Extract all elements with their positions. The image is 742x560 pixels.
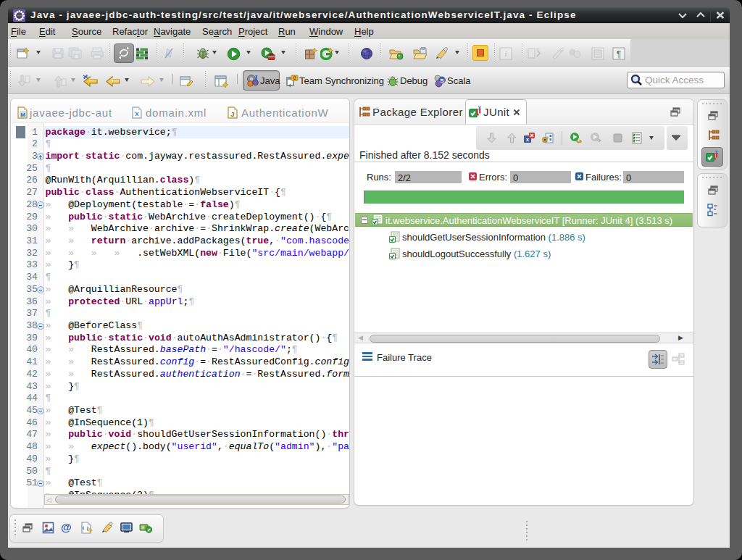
svg-text:i: i — [504, 49, 507, 58]
svg-text:S: S — [440, 78, 444, 84]
svg-text:0: 0 — [293, 75, 296, 81]
svg-text:J: J — [254, 74, 258, 82]
svg-text:x: x — [135, 111, 139, 118]
svg-text:J: J — [230, 110, 234, 118]
svg-text:M: M — [20, 112, 25, 118]
svg-text:¶: ¶ — [617, 49, 621, 59]
